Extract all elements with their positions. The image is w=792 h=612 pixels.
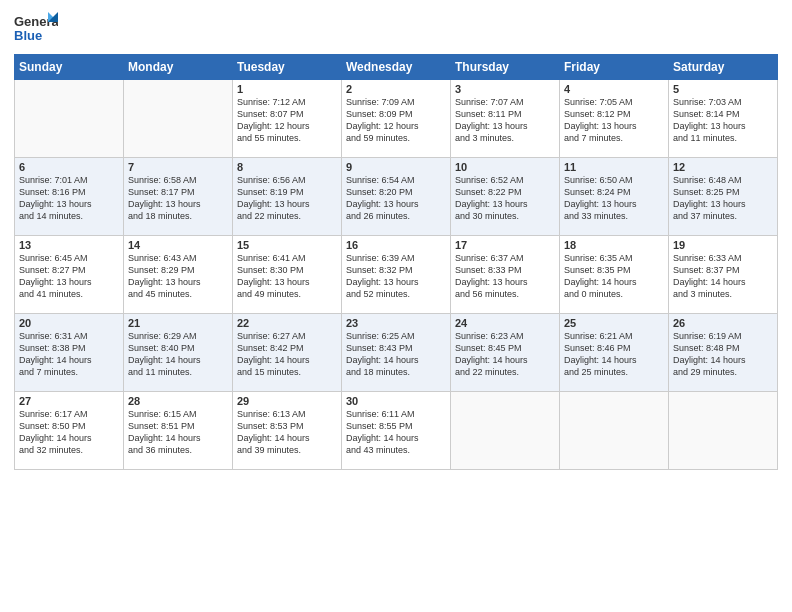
day-number: 19 (673, 239, 773, 251)
day-info: Sunrise: 6:27 AM Sunset: 8:42 PM Dayligh… (237, 330, 337, 379)
day-number: 21 (128, 317, 228, 329)
day-number: 14 (128, 239, 228, 251)
day-number: 18 (564, 239, 664, 251)
svg-text:Blue: Blue (14, 28, 42, 43)
calendar-cell: 1Sunrise: 7:12 AM Sunset: 8:07 PM Daylig… (233, 80, 342, 158)
day-info: Sunrise: 7:09 AM Sunset: 8:09 PM Dayligh… (346, 96, 446, 145)
day-number: 10 (455, 161, 555, 173)
day-info: Sunrise: 7:03 AM Sunset: 8:14 PM Dayligh… (673, 96, 773, 145)
day-info: Sunrise: 6:23 AM Sunset: 8:45 PM Dayligh… (455, 330, 555, 379)
calendar-cell (560, 392, 669, 470)
day-number: 1 (237, 83, 337, 95)
day-info: Sunrise: 6:17 AM Sunset: 8:50 PM Dayligh… (19, 408, 119, 457)
calendar-cell: 9Sunrise: 6:54 AM Sunset: 8:20 PM Daylig… (342, 158, 451, 236)
day-number: 30 (346, 395, 446, 407)
calendar-cell: 11Sunrise: 6:50 AM Sunset: 8:24 PM Dayli… (560, 158, 669, 236)
calendar-cell: 20Sunrise: 6:31 AM Sunset: 8:38 PM Dayli… (15, 314, 124, 392)
calendar-cell: 6Sunrise: 7:01 AM Sunset: 8:16 PM Daylig… (15, 158, 124, 236)
calendar-cell: 8Sunrise: 6:56 AM Sunset: 8:19 PM Daylig… (233, 158, 342, 236)
day-info: Sunrise: 6:31 AM Sunset: 8:38 PM Dayligh… (19, 330, 119, 379)
day-number: 4 (564, 83, 664, 95)
calendar-cell: 7Sunrise: 6:58 AM Sunset: 8:17 PM Daylig… (124, 158, 233, 236)
day-info: Sunrise: 6:43 AM Sunset: 8:29 PM Dayligh… (128, 252, 228, 301)
day-number: 15 (237, 239, 337, 251)
calendar-cell (124, 80, 233, 158)
day-number: 13 (19, 239, 119, 251)
day-number: 16 (346, 239, 446, 251)
day-info: Sunrise: 6:11 AM Sunset: 8:55 PM Dayligh… (346, 408, 446, 457)
calendar-cell: 18Sunrise: 6:35 AM Sunset: 8:35 PM Dayli… (560, 236, 669, 314)
day-number: 26 (673, 317, 773, 329)
day-number: 29 (237, 395, 337, 407)
header-saturday: Saturday (669, 55, 778, 80)
header-monday: Monday (124, 55, 233, 80)
calendar-week-5: 27Sunrise: 6:17 AM Sunset: 8:50 PM Dayli… (15, 392, 778, 470)
calendar-week-1: 1Sunrise: 7:12 AM Sunset: 8:07 PM Daylig… (15, 80, 778, 158)
day-info: Sunrise: 6:48 AM Sunset: 8:25 PM Dayligh… (673, 174, 773, 223)
calendar-week-3: 13Sunrise: 6:45 AM Sunset: 8:27 PM Dayli… (15, 236, 778, 314)
calendar-cell (451, 392, 560, 470)
day-number: 5 (673, 83, 773, 95)
day-number: 20 (19, 317, 119, 329)
calendar-cell: 12Sunrise: 6:48 AM Sunset: 8:25 PM Dayli… (669, 158, 778, 236)
day-info: Sunrise: 6:13 AM Sunset: 8:53 PM Dayligh… (237, 408, 337, 457)
calendar-cell: 29Sunrise: 6:13 AM Sunset: 8:53 PM Dayli… (233, 392, 342, 470)
calendar-cell: 19Sunrise: 6:33 AM Sunset: 8:37 PM Dayli… (669, 236, 778, 314)
header-wednesday: Wednesday (342, 55, 451, 80)
calendar-cell: 4Sunrise: 7:05 AM Sunset: 8:12 PM Daylig… (560, 80, 669, 158)
calendar-cell: 25Sunrise: 6:21 AM Sunset: 8:46 PM Dayli… (560, 314, 669, 392)
day-info: Sunrise: 6:15 AM Sunset: 8:51 PM Dayligh… (128, 408, 228, 457)
calendar-cell: 26Sunrise: 6:19 AM Sunset: 8:48 PM Dayli… (669, 314, 778, 392)
calendar-table: SundayMondayTuesdayWednesdayThursdayFrid… (14, 54, 778, 470)
calendar-cell: 22Sunrise: 6:27 AM Sunset: 8:42 PM Dayli… (233, 314, 342, 392)
day-info: Sunrise: 6:29 AM Sunset: 8:40 PM Dayligh… (128, 330, 228, 379)
calendar-cell (15, 80, 124, 158)
day-number: 9 (346, 161, 446, 173)
day-info: Sunrise: 7:05 AM Sunset: 8:12 PM Dayligh… (564, 96, 664, 145)
day-info: Sunrise: 6:50 AM Sunset: 8:24 PM Dayligh… (564, 174, 664, 223)
day-number: 6 (19, 161, 119, 173)
calendar-week-4: 20Sunrise: 6:31 AM Sunset: 8:38 PM Dayli… (15, 314, 778, 392)
day-number: 17 (455, 239, 555, 251)
day-info: Sunrise: 6:54 AM Sunset: 8:20 PM Dayligh… (346, 174, 446, 223)
calendar-cell: 17Sunrise: 6:37 AM Sunset: 8:33 PM Dayli… (451, 236, 560, 314)
calendar-cell: 14Sunrise: 6:43 AM Sunset: 8:29 PM Dayli… (124, 236, 233, 314)
calendar-week-2: 6Sunrise: 7:01 AM Sunset: 8:16 PM Daylig… (15, 158, 778, 236)
day-number: 3 (455, 83, 555, 95)
day-number: 2 (346, 83, 446, 95)
day-info: Sunrise: 6:25 AM Sunset: 8:43 PM Dayligh… (346, 330, 446, 379)
header-friday: Friday (560, 55, 669, 80)
day-number: 25 (564, 317, 664, 329)
day-number: 8 (237, 161, 337, 173)
calendar-cell: 23Sunrise: 6:25 AM Sunset: 8:43 PM Dayli… (342, 314, 451, 392)
calendar-cell: 24Sunrise: 6:23 AM Sunset: 8:45 PM Dayli… (451, 314, 560, 392)
header-sunday: Sunday (15, 55, 124, 80)
calendar-cell: 10Sunrise: 6:52 AM Sunset: 8:22 PM Dayli… (451, 158, 560, 236)
calendar-cell: 2Sunrise: 7:09 AM Sunset: 8:09 PM Daylig… (342, 80, 451, 158)
header-tuesday: Tuesday (233, 55, 342, 80)
calendar-cell: 13Sunrise: 6:45 AM Sunset: 8:27 PM Dayli… (15, 236, 124, 314)
day-info: Sunrise: 6:41 AM Sunset: 8:30 PM Dayligh… (237, 252, 337, 301)
calendar-cell (669, 392, 778, 470)
day-number: 22 (237, 317, 337, 329)
calendar-cell: 3Sunrise: 7:07 AM Sunset: 8:11 PM Daylig… (451, 80, 560, 158)
day-number: 12 (673, 161, 773, 173)
day-info: Sunrise: 7:07 AM Sunset: 8:11 PM Dayligh… (455, 96, 555, 145)
day-info: Sunrise: 6:56 AM Sunset: 8:19 PM Dayligh… (237, 174, 337, 223)
day-info: Sunrise: 6:21 AM Sunset: 8:46 PM Dayligh… (564, 330, 664, 379)
header-row: SundayMondayTuesdayWednesdayThursdayFrid… (15, 55, 778, 80)
calendar-cell: 30Sunrise: 6:11 AM Sunset: 8:55 PM Dayli… (342, 392, 451, 470)
day-info: Sunrise: 6:33 AM Sunset: 8:37 PM Dayligh… (673, 252, 773, 301)
calendar-cell: 5Sunrise: 7:03 AM Sunset: 8:14 PM Daylig… (669, 80, 778, 158)
day-info: Sunrise: 7:12 AM Sunset: 8:07 PM Dayligh… (237, 96, 337, 145)
calendar-cell: 15Sunrise: 6:41 AM Sunset: 8:30 PM Dayli… (233, 236, 342, 314)
calendar-cell: 16Sunrise: 6:39 AM Sunset: 8:32 PM Dayli… (342, 236, 451, 314)
day-info: Sunrise: 7:01 AM Sunset: 8:16 PM Dayligh… (19, 174, 119, 223)
day-info: Sunrise: 6:19 AM Sunset: 8:48 PM Dayligh… (673, 330, 773, 379)
day-info: Sunrise: 6:52 AM Sunset: 8:22 PM Dayligh… (455, 174, 555, 223)
day-info: Sunrise: 6:37 AM Sunset: 8:33 PM Dayligh… (455, 252, 555, 301)
day-number: 27 (19, 395, 119, 407)
day-number: 7 (128, 161, 228, 173)
calendar-cell: 27Sunrise: 6:17 AM Sunset: 8:50 PM Dayli… (15, 392, 124, 470)
day-number: 23 (346, 317, 446, 329)
